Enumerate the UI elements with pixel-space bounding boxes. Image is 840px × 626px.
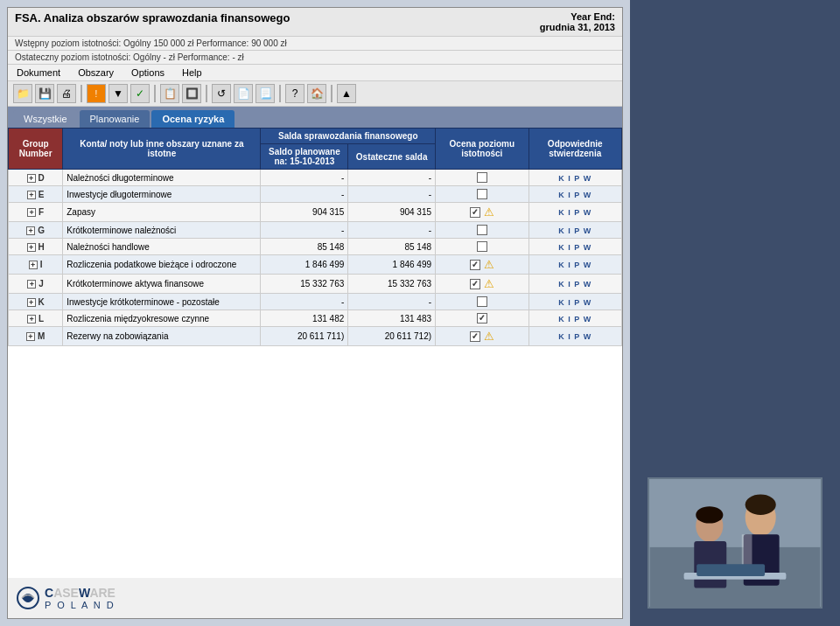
cell-assessment-H — [436, 239, 528, 255]
cell-assessment-I: ✓ ⚠ — [436, 255, 528, 275]
cell-area-H: Należności handlowe — [63, 239, 261, 255]
checkbox-checked-I[interactable]: ✓ — [470, 260, 480, 270]
tab-wszystkie[interactable]: Wszystkie — [13, 110, 78, 128]
toolbar: 📁 💾 🖨 ! ▼ ✓ 📋 🔲 ↺ 📄 📃 ? 🏠 ▲ — [8, 81, 622, 107]
menu-help[interactable]: Help — [180, 66, 204, 79]
warning-icon-F: ⚠ — [484, 205, 494, 219]
cell-kipw-M[interactable]: K I P W — [528, 327, 621, 346]
table-container[interactable]: Group Number Konta/ noty lub inne obszar… — [8, 128, 622, 578]
cell-kipw-F[interactable]: K I P W — [528, 203, 621, 222]
cell-area-M: Rezerwy na zobowiązania — [63, 327, 261, 346]
toolbar-sep-2 — [154, 85, 156, 102]
checkbox-empty-K[interactable] — [477, 296, 487, 307]
cell-kipw-G[interactable]: K I P W — [528, 222, 621, 239]
toolbar-btn-4[interactable]: 📋 — [160, 84, 179, 103]
checkbox-checked-M[interactable]: ✓ — [470, 331, 480, 342]
cell-area-F: Zapasy — [63, 203, 261, 222]
toolbar-btn-5[interactable]: 🔲 — [182, 84, 201, 103]
logo-poland-text: P O L A N D — [45, 600, 116, 610]
table-row: +FZapasy904 315904 315 ✓ ⚠K I P W — [9, 203, 622, 222]
tab-bar: Wszystkie Planowanie Ocena ryzyka — [8, 107, 622, 128]
checkbox-checked-J[interactable]: ✓ — [470, 279, 480, 289]
menu-obszary[interactable]: Obszary — [76, 66, 116, 79]
cell-saldo-plan-M: 20 611 711) — [261, 327, 348, 346]
title-bar: FSA. Analiza obszarów sprawozdania finan… — [8, 8, 622, 37]
cell-ostateczne-G: - — [348, 222, 436, 239]
expand-btn-I[interactable]: + — [29, 261, 38, 269]
app-title: FSA. Analiza obszarów sprawozdania finan… — [15, 11, 290, 24]
cell-group-I: +I — [9, 255, 63, 275]
cell-saldo-plan-G: - — [261, 222, 348, 239]
caseware-logo-icon — [15, 585, 41, 611]
cell-saldo-plan-J: 15 332 763 — [261, 275, 348, 294]
cell-group-G: +G — [9, 222, 63, 239]
cell-kipw-J[interactable]: K I P W — [528, 275, 621, 294]
cell-kipw-D[interactable]: K I P W — [528, 170, 621, 186]
table-row: +EInwestycje długoterminowe--K I P W — [9, 186, 622, 203]
toolbar-btn-dropdown[interactable]: ▼ — [108, 84, 128, 103]
toolbar-btn-3[interactable]: 🖨 — [57, 84, 76, 103]
expand-btn-E[interactable]: + — [27, 191, 36, 199]
tab-planowanie[interactable]: Planowanie — [80, 110, 150, 128]
cell-assessment-J: ✓ ⚠ — [436, 275, 528, 294]
cell-saldo-plan-H: 85 148 — [261, 239, 348, 255]
table-row: +LRozliczenia międzyokresowe czynne131 4… — [9, 310, 622, 327]
logo-text-block: CASEWARE P O L A N D — [45, 586, 116, 610]
toolbar-btn-7[interactable]: 📃 — [256, 84, 275, 103]
toolbar-btn-refresh[interactable]: ↺ — [212, 84, 231, 103]
menu-dokument[interactable]: Dokument — [15, 66, 62, 79]
toolbar-sep-3 — [206, 85, 207, 102]
warning-icon-J: ⚠ — [484, 277, 494, 290]
cell-saldo-plan-D: - — [261, 170, 348, 186]
toolbar-btn-6[interactable]: 📄 — [234, 84, 253, 103]
toolbar-btn-warning[interactable]: ! — [87, 84, 106, 103]
svg-rect-9 — [696, 564, 765, 576]
checkbox-checked-L[interactable]: ✓ — [477, 313, 487, 323]
cell-ostateczne-E: - — [348, 186, 436, 203]
expand-btn-F[interactable]: + — [27, 208, 36, 217]
checkbox-empty-E[interactable] — [477, 189, 487, 199]
cell-ostateczne-D: - — [348, 170, 436, 186]
toolbar-btn-1[interactable]: 📁 — [13, 84, 32, 103]
cell-ostateczne-M: 20 611 712) — [348, 327, 436, 346]
toolbar-btn-question[interactable]: ? — [285, 84, 304, 103]
main-table: Group Number Konta/ noty lub inne obszar… — [8, 128, 622, 346]
expand-btn-M[interactable]: + — [26, 332, 35, 341]
checkbox-empty-D[interactable] — [477, 172, 487, 183]
cell-kipw-K[interactable]: K I P W — [528, 294, 621, 310]
expand-btn-K[interactable]: + — [27, 298, 36, 307]
app-window: FSA. Analiza obszarów sprawozdania finan… — [7, 7, 623, 619]
col-header-salda-group: Salda sprawozdania finansowego — [261, 129, 436, 144]
toolbar-btn-home[interactable]: 🏠 — [307, 84, 326, 103]
toolbar-btn-2[interactable]: 💾 — [35, 84, 54, 103]
expand-btn-L[interactable]: + — [27, 315, 36, 323]
cell-kipw-I[interactable]: K I P W — [528, 255, 621, 275]
expand-btn-H[interactable]: + — [27, 243, 36, 252]
svg-point-10 — [746, 495, 776, 515]
year-end: Year End: grudnia 31, 2013 — [540, 11, 615, 32]
toolbar-btn-up[interactable]: ▲ — [337, 84, 356, 103]
toolbar-sep-1 — [80, 85, 82, 102]
tab-ocena-ryzyka[interactable]: Ocena ryzyka — [151, 110, 234, 128]
cell-kipw-L[interactable]: K I P W — [528, 310, 621, 327]
expand-btn-D[interactable]: + — [27, 174, 36, 183]
cell-assessment-F: ✓ ⚠ — [436, 203, 528, 222]
cell-saldo-plan-F: 904 315 — [261, 203, 348, 222]
checkbox-empty-G[interactable] — [477, 225, 487, 235]
cell-assessment-D — [436, 170, 528, 186]
cell-assessment-G — [436, 222, 528, 239]
expand-btn-G[interactable]: + — [26, 226, 35, 235]
cell-group-L: +L — [9, 310, 63, 327]
cell-kipw-H[interactable]: K I P W — [528, 239, 621, 255]
cell-ostateczne-J: 15 332 763 — [348, 275, 436, 294]
expand-btn-J[interactable]: + — [27, 280, 36, 289]
menu-options[interactable]: Options — [130, 66, 166, 79]
checkbox-empty-H[interactable] — [477, 241, 487, 252]
cell-kipw-E[interactable]: K I P W — [528, 186, 621, 203]
cell-area-E: Inwestycje długoterminowe — [63, 186, 261, 203]
table-row: +DNależności długoterminowe--K I P W — [9, 170, 622, 186]
table-row: +KInwestycje krótkoterminowe - pozostałe… — [9, 294, 622, 310]
checkbox-checked-F[interactable]: ✓ — [470, 207, 480, 218]
cell-saldo-plan-I: 1 846 499 — [261, 255, 348, 275]
toolbar-btn-check[interactable]: ✓ — [130, 84, 150, 103]
